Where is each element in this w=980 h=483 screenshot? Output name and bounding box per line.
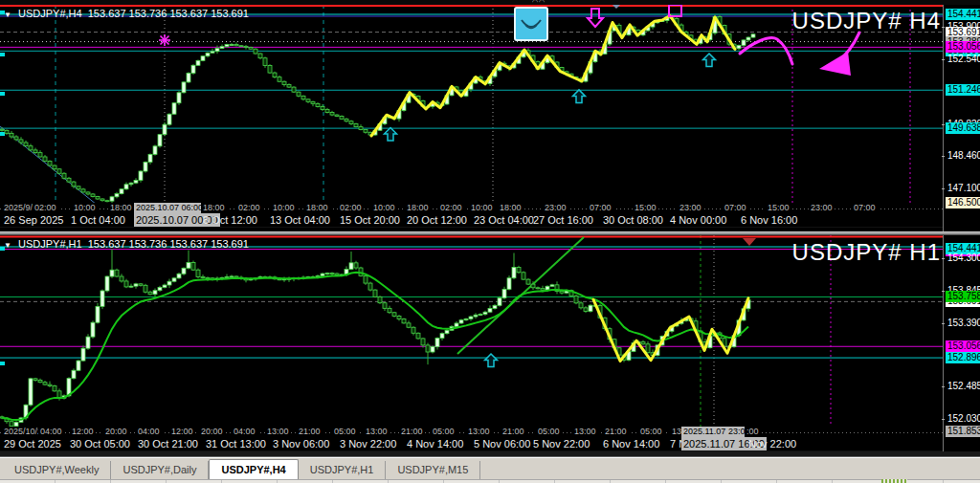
time-tick-label: 5 Nov 06:00 <box>472 437 532 450</box>
up-arrow-icon[interactable] <box>703 54 716 67</box>
time-tick-label: 20:00 <box>103 427 129 437</box>
time-tick-label: 6 Nov 16:00 <box>739 213 799 227</box>
time-tick-label: 30 Oct 05:00 <box>68 437 132 450</box>
time-tick-label: 13:00 <box>364 427 390 437</box>
time-tick-label: 23:00 <box>543 203 568 213</box>
time-tick-label: Nov 22:00 <box>746 437 798 450</box>
price-label: 151.246 <box>946 84 980 96</box>
chart-panel-h4: ▼ USDJPY#,H4 153.637 153.736 153.637 153… <box>0 5 980 231</box>
time-tick-label: 02:00 <box>338 203 364 213</box>
time-tick-label: 05:00 <box>638 427 664 437</box>
price-label: 152.896 <box>946 352 980 363</box>
time-tick-label: 26 Sep 2025 <box>2 213 65 227</box>
time-tick-label: 23 Oct 04:00 <box>472 213 536 227</box>
time-tick-label: 05:00 <box>536 427 562 437</box>
time-tick-label: 10:00 <box>271 203 297 213</box>
time-tick-label: 13:00 <box>265 427 291 437</box>
line-anchor <box>0 132 5 136</box>
time-axis-hours[interactable]: 2025/9/2602:0010:0018:002025.10.07 06:00… <box>0 203 943 213</box>
line-anchor <box>0 362 5 365</box>
time-tick-label: 4 Nov 00:00 <box>668 213 728 227</box>
zigzag-line[interactable] <box>371 16 735 137</box>
time-tick-label: 07:00 <box>852 203 878 213</box>
collapse-icon[interactable]: ▼ <box>4 241 11 250</box>
price-label: 148.460 <box>946 150 980 162</box>
time-tick-label: 1 Oct 04:00 <box>69 213 127 227</box>
price-label: 147.100 <box>946 183 980 194</box>
chart-tab-bar: USDJPY#,WeeklyUSDJPY#,DailyUSDJPY#,H4USD… <box>0 457 980 479</box>
smiley-button[interactable] <box>515 8 547 40</box>
line-anchor <box>0 53 5 56</box>
time-axis-dates[interactable]: 26 Sep 20251 Oct 04:002025.10.07 00:008 … <box>0 213 943 228</box>
collapse-icon[interactable]: ▼ <box>4 11 11 19</box>
line-anchor <box>0 92 5 96</box>
symbol-period-label: USDJPY#,H1 <box>18 238 82 250</box>
time-tick-label: 3 Nov 06:00 <box>271 437 331 450</box>
time-tick-label: 15 Oct 20:00 <box>338 213 402 227</box>
time-tick-label: 30 Oct 21:00 <box>136 437 200 450</box>
tab-usdjpy--h4[interactable]: USDJPY#,H4 <box>209 459 298 479</box>
down-arrow-mark[interactable] <box>588 9 603 27</box>
candles <box>0 14 755 204</box>
price-axis: 154.441153.900153.691153.289152.896153.0… <box>943 5 980 231</box>
time-tick-label: 23:00 <box>678 203 703 213</box>
up-arrow-icon[interactable] <box>573 90 586 103</box>
time-tick-label: 02:00 <box>236 203 262 213</box>
time-axis-dates[interactable]: 29 Oct 202530 Oct 05:0030 Oct 21:0031 Oc… <box>0 437 943 451</box>
bottom-strip-pattern <box>881 479 907 483</box>
bottom-strip <box>0 479 980 483</box>
price-label: 152.485 <box>946 381 980 392</box>
time-tick-label: 23:00 <box>809 203 835 213</box>
time-tick-label: :00 <box>745 427 761 437</box>
price-label: 152.030 <box>946 413 980 425</box>
time-tick-label: 12:00 <box>169 427 195 437</box>
time-axis-hours[interactable]: 2025/10/2904:0012:0020:0004:0012:0020:00… <box>0 427 943 437</box>
time-tick-label: 10:00 <box>72 203 98 213</box>
time-tick-label: 5 Nov 22:00 <box>531 437 591 450</box>
ohlc-values: 153.637 153.736 153.637 153.691 <box>88 238 249 250</box>
tab-usdjpy--daily[interactable]: USDJPY#,Daily <box>111 461 209 479</box>
time-tick-label: 15:00 <box>633 203 658 213</box>
time-tick-label: 3 Nov 22:00 <box>338 437 398 450</box>
vertical-lines <box>56 5 910 204</box>
time-tick-label: 10:00 <box>371 203 397 213</box>
time-tick-label: 13:00 <box>466 427 492 437</box>
time-tick-label: 13 Oct 04:00 <box>268 213 332 227</box>
time-tick-label: 18:00 <box>108 203 134 213</box>
time-tick-label: 18:00 <box>201 203 227 213</box>
chart-header-h4: ▼ USDJPY#,H4 153.637 153.736 153.637 153… <box>4 8 249 19</box>
down-triangle-marker[interactable] <box>743 238 756 246</box>
mt4-terminal: ◠◠ ▼ USDJPY#,H4 153.637 153.736 153.637 … <box>0 0 980 483</box>
watermark-h1: USDJPY# H1 <box>792 239 941 266</box>
up-arrow-icon[interactable] <box>385 128 397 142</box>
price-label: 146.500 <box>946 197 980 209</box>
symbol-period-label: USDJPY#,H4 <box>18 8 82 19</box>
price-label: 152.540 <box>946 54 980 65</box>
time-tick-label: 12:00 <box>70 427 96 437</box>
time-tick-label: 04:00 <box>136 427 162 437</box>
tab-usdjpy--weekly[interactable]: USDJPY#,Weekly <box>3 461 111 479</box>
time-tick-label: 30 Oct 08:00 <box>601 213 665 227</box>
tab-usdjpy--m15[interactable]: USDJPY#,M15 <box>386 461 480 479</box>
candles <box>0 249 750 428</box>
asterisk-mark[interactable] <box>159 34 170 46</box>
time-tick-label: 21:00 <box>297 427 323 437</box>
chart-canvas-h4[interactable] <box>0 5 943 204</box>
price-label: 154.300 <box>946 252 980 264</box>
freehand-arrow-head[interactable] <box>819 52 851 76</box>
time-tick-label: 04:00 <box>232 427 257 437</box>
time-tick-label: 07:00 <box>723 203 748 213</box>
tab-usdjpy--h1[interactable]: USDJPY#,H1 <box>299 461 387 479</box>
time-tick-label: 18:00 <box>405 203 431 213</box>
ohlc-values: 153.637 153.736 153.637 153.691 <box>88 8 249 19</box>
time-tick-label: 21:00 <box>501 427 526 437</box>
up-arrow-icon[interactable] <box>485 354 498 367</box>
price-label: 149.638 <box>946 122 980 134</box>
time-tick-label: 8 Oct 12:00 <box>201 213 259 227</box>
price-label: 151.853 <box>946 426 980 437</box>
price-label: 153.056 <box>946 340 980 352</box>
watermark-h4: USDJPY# H4 <box>792 8 941 34</box>
time-tick-label: 21:00 <box>603 427 629 437</box>
time-tick-label: 10:00 <box>469 203 495 213</box>
price-label: 154.441 <box>946 9 980 20</box>
